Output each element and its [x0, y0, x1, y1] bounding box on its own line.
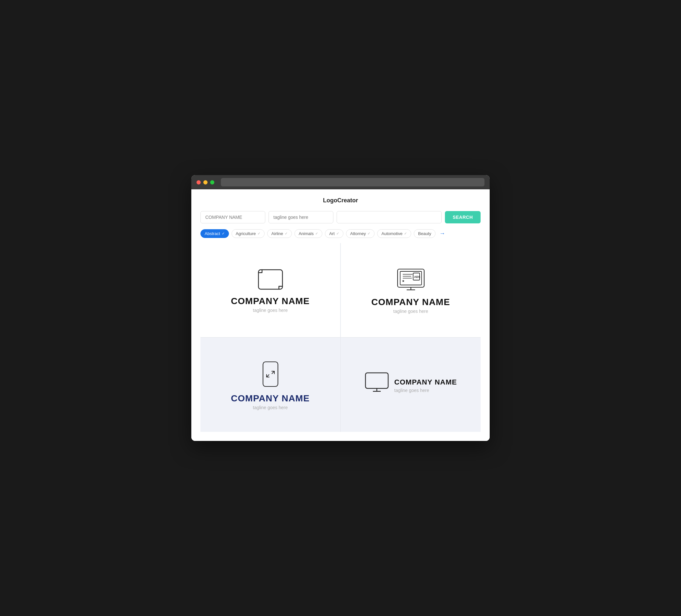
filter-next-arrow[interactable]: → — [439, 230, 445, 237]
filter-chip-attorney[interactable]: Attorney ✓ — [346, 229, 375, 238]
bracket-square-icon — [257, 269, 283, 290]
svg-rect-11 — [263, 362, 278, 386]
filter-chip-beauty[interactable]: Beauty — [414, 229, 435, 238]
svg-text:ADS: ADS — [414, 275, 420, 279]
filter-label: Agriculture — [236, 231, 256, 236]
tagline-input[interactable] — [269, 211, 333, 223]
logo2-company-name: COMPANY NAME — [371, 297, 450, 307]
filter-chip-art[interactable]: Art ✓ — [325, 229, 344, 238]
logo-card-3[interactable]: COMPANY NAME tagline goes here — [200, 338, 340, 432]
logo3-tagline: tagline goes here — [253, 405, 288, 410]
address-bar[interactable] — [221, 178, 484, 186]
maximize-button[interactable] — [210, 180, 215, 184]
logo4-tagline: tagline goes here — [394, 388, 457, 393]
filter-chip-airline[interactable]: Airline ✓ — [267, 229, 292, 238]
check-icon: ✓ — [368, 231, 370, 236]
check-icon: ✓ — [222, 231, 225, 236]
check-icon: ✓ — [285, 231, 288, 236]
monitor-ads-icon: ★ ADS — [396, 268, 426, 291]
browser-titlebar — [191, 175, 490, 189]
logo-card-2[interactable]: ★ ADS COMPANY NAME tagline goes here — [341, 243, 481, 337]
monitor-simple-icon — [364, 372, 389, 393]
svg-line-12 — [267, 375, 269, 377]
filter-label: Attorney — [350, 231, 366, 236]
logo-card-1[interactable]: COMPANY NAME tagline goes here — [200, 243, 340, 337]
filter-label: Animals — [299, 231, 313, 236]
check-icon: ✓ — [257, 231, 260, 236]
logo4-company-name: COMPANY NAME — [394, 378, 457, 386]
app-content: LogoCreator SEARCH Abstract ✓ Agricultur… — [191, 189, 490, 441]
close-button[interactable] — [197, 180, 201, 184]
svg-line-13 — [272, 371, 274, 374]
filter-label: Automotive — [381, 231, 402, 236]
filter-label: Art — [329, 231, 335, 236]
app-title: LogoCreator — [200, 197, 481, 204]
filter-chip-agriculture[interactable]: Agriculture ✓ — [231, 229, 264, 238]
search-button[interactable]: SEARCH — [445, 211, 481, 223]
check-icon: ✓ — [336, 231, 339, 236]
check-icon: ✓ — [404, 231, 407, 236]
svg-rect-14 — [365, 373, 388, 388]
browser-window: LogoCreator SEARCH Abstract ✓ Agricultur… — [191, 175, 490, 441]
filter-label: Airline — [272, 231, 283, 236]
logo-grid: COMPANY NAME tagline goes here — [200, 243, 481, 432]
logo2-tagline: tagline goes here — [393, 309, 428, 314]
search-row: SEARCH — [200, 211, 481, 223]
keyword-input[interactable] — [336, 211, 442, 223]
check-icon: ✓ — [315, 231, 318, 236]
logo1-tagline: tagline goes here — [253, 308, 288, 313]
filter-chip-animals[interactable]: Animals ✓ — [295, 229, 322, 238]
logo4-text-block: COMPANY NAME tagline goes here — [394, 378, 457, 393]
filter-label: Beauty — [418, 231, 431, 236]
logo-card-4[interactable]: COMPANY NAME tagline goes here — [341, 338, 481, 432]
company-name-input[interactable] — [200, 211, 265, 223]
filter-row: Abstract ✓ Agriculture ✓ Airline ✓ Anima… — [200, 229, 481, 238]
filter-label: Abstract — [205, 231, 220, 236]
minimize-button[interactable] — [203, 180, 207, 184]
svg-text:★: ★ — [402, 279, 405, 283]
logo1-company-name: COMPANY NAME — [231, 296, 310, 306]
filter-chip-abstract[interactable]: Abstract ✓ — [200, 229, 229, 238]
filter-chip-automotive[interactable]: Automotive ✓ — [377, 229, 411, 238]
logo3-company-name: COMPANY NAME — [231, 393, 310, 404]
phone-expand-icon — [262, 361, 279, 387]
